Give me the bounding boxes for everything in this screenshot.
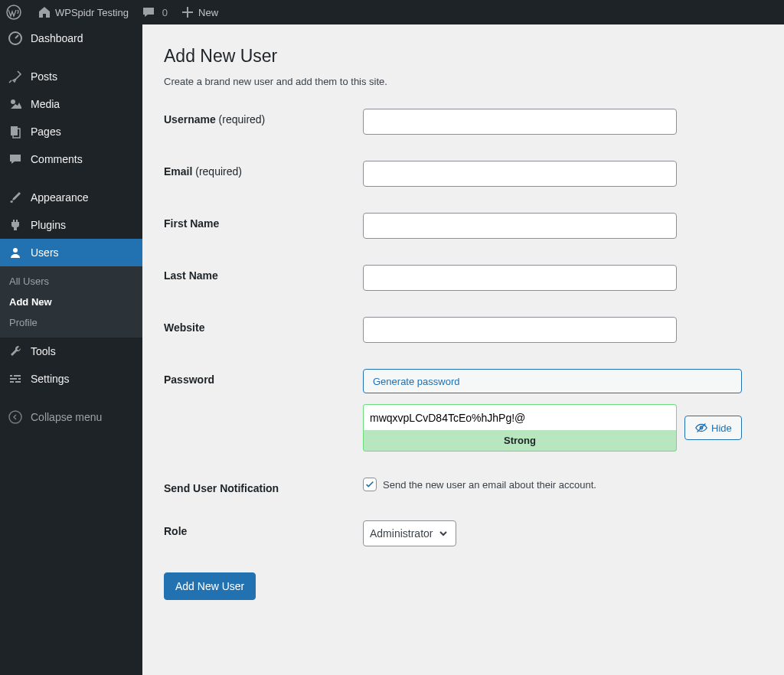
last-name-input[interactable] (363, 265, 677, 291)
row-last-name: Last Name (164, 265, 763, 291)
role-select[interactable]: Administrator (363, 520, 456, 546)
admin-sidebar: Dashboard Posts Media Pages Comments App… (0, 24, 142, 675)
user-icon (8, 245, 23, 260)
site-name-label: WPSpidr Testing (55, 7, 129, 18)
label-send-notification: Send User Notification (164, 478, 363, 494)
row-role: Role Administrator (164, 520, 763, 546)
menu-users[interactable]: Users (0, 239, 142, 266)
menu-plugins[interactable]: Plugins (0, 211, 142, 239)
menu-media[interactable]: Media (0, 90, 142, 118)
svg-point-2 (11, 99, 15, 104)
collapse-menu[interactable]: Collapse menu (0, 403, 142, 431)
label-username: Username (required) (164, 109, 363, 126)
submenu-add-new[interactable]: Add New (0, 292, 142, 312)
media-icon (8, 96, 23, 112)
menu-users-label: Users (31, 246, 59, 259)
eye-icon (694, 421, 708, 435)
chevron-down-icon (437, 527, 449, 540)
username-input[interactable] (363, 109, 677, 135)
page-intro: Create a brand new user and add them to … (164, 76, 763, 87)
label-password: Password (164, 369, 363, 386)
label-last-name: Last Name (164, 265, 363, 282)
menu-tools[interactable]: Tools (0, 338, 142, 365)
row-password: Password Generate password Strong Hide (164, 369, 763, 452)
sliders-icon (8, 371, 23, 386)
svg-point-5 (13, 248, 18, 253)
menu-settings-label: Settings (31, 373, 70, 385)
menu-appearance[interactable]: Appearance (0, 184, 142, 211)
menu-posts-label: Posts (31, 70, 57, 83)
add-new-user-button[interactable]: Add New User (164, 572, 256, 600)
menu-comments-label: Comments (31, 153, 83, 165)
menu-settings[interactable]: Settings (0, 365, 142, 393)
wordpress-icon (6, 5, 21, 20)
users-submenu: All Users Add New Profile (0, 266, 142, 338)
svg-point-6 (9, 411, 21, 423)
plus-icon (180, 5, 195, 20)
new-content-label: New (198, 7, 218, 18)
hide-password-label: Hide (711, 422, 732, 434)
page-title: Add New User (164, 46, 763, 67)
collapse-icon (8, 409, 23, 425)
menu-pages[interactable]: Pages (0, 118, 142, 145)
comment-icon (141, 5, 156, 20)
role-select-value: Administrator (370, 527, 433, 540)
brush-icon (8, 190, 23, 205)
password-input[interactable] (363, 404, 677, 430)
home-icon (37, 5, 52, 20)
comments-icon (8, 152, 23, 167)
site-name-link[interactable]: WPSpidr Testing (31, 0, 135, 24)
row-send-notification: Send User Notification Send the new user… (164, 478, 763, 494)
pin-icon (8, 69, 23, 84)
send-notification-text: Send the new user an email about their a… (383, 479, 596, 491)
submenu-all-users[interactable]: All Users (0, 271, 142, 292)
new-content-link[interactable]: New (174, 0, 224, 24)
main-content: Add New User Create a brand new user and… (142, 24, 784, 675)
email-input[interactable] (363, 161, 677, 187)
label-first-name: First Name (164, 213, 363, 230)
menu-posts[interactable]: Posts (0, 63, 142, 90)
menu-pages-label: Pages (31, 126, 61, 138)
label-website: Website (164, 317, 363, 334)
comments-link[interactable]: 0 (135, 0, 174, 24)
svg-rect-3 (11, 126, 18, 135)
wp-logo-menu[interactable] (0, 0, 31, 24)
menu-tools-label: Tools (31, 345, 56, 357)
row-first-name: First Name (164, 213, 763, 239)
row-email: Email (required) (164, 161, 763, 187)
website-input[interactable] (363, 317, 677, 343)
menu-comments[interactable]: Comments (0, 145, 142, 173)
wrench-icon (8, 344, 23, 359)
label-email: Email (required) (164, 161, 363, 178)
page-icon (8, 124, 23, 139)
send-notification-checkbox[interactable] (363, 478, 377, 491)
password-strength: Strong (363, 430, 677, 452)
admin-bar: WPSpidr Testing 0 New (0, 0, 784, 24)
first-name-input[interactable] (363, 213, 677, 239)
menu-appearance-label: Appearance (31, 191, 89, 204)
menu-media-label: Media (31, 98, 60, 110)
row-username: Username (required) (164, 109, 763, 135)
menu-plugins-label: Plugins (31, 219, 66, 231)
row-website: Website (164, 317, 763, 343)
submenu-profile[interactable]: Profile (0, 312, 142, 333)
comments-count: 0 (162, 7, 168, 18)
plugin-icon (8, 217, 23, 233)
collapse-menu-label: Collapse menu (31, 411, 102, 423)
menu-dashboard[interactable]: Dashboard (0, 24, 142, 52)
dashboard-icon (8, 31, 23, 46)
menu-dashboard-label: Dashboard (31, 32, 83, 44)
label-role: Role (164, 520, 363, 537)
hide-password-button[interactable]: Hide (684, 416, 742, 440)
generate-password-button[interactable]: Generate password (363, 369, 742, 393)
